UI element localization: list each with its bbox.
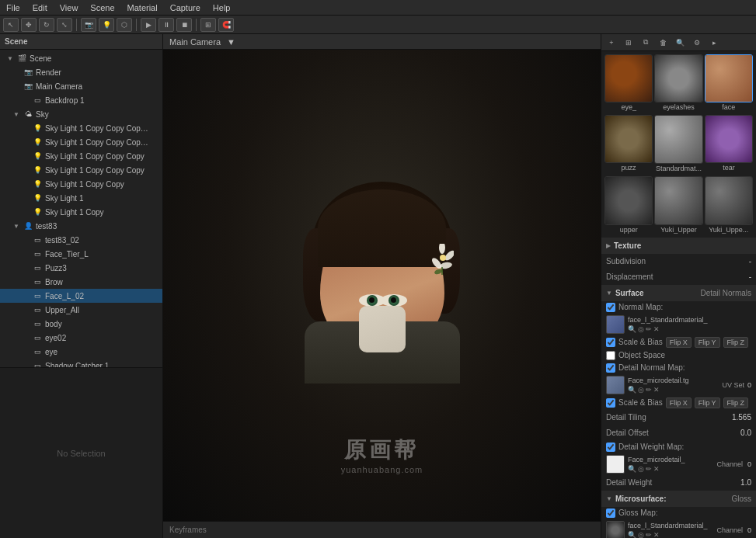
normal-map-close-icon[interactable]: ✕ [653,325,660,333]
tree-action-eye-sky[interactable]: 👁 [150,109,159,119]
tree-item-eye[interactable]: ▭ eye 👁 [0,345,162,359]
viewport-canvas[interactable]: 原画帮 yuanhuabang.com [163,50,601,521]
menu-item-view[interactable]: View [58,3,80,12]
flip-y-btn-1[interactable]: Flip Y [695,337,720,348]
tree-item-body[interactable]: ▭ body 👁 [0,317,162,331]
tree-item-skylight-6[interactable]: 💡 Sky Light 1 👁 [0,191,162,205]
surface-section-header[interactable]: ▼ Surface Detail Normals [601,286,756,301]
tree-item-eye02[interactable]: ▭ eye02 👁 [0,331,162,345]
mat-thumb-yuki-upper[interactable] [654,176,702,224]
tree-action-eye-sl4[interactable]: 👁 [150,165,159,175]
tree-item-test83[interactable]: ▼ 👤 test83 👁 [0,219,162,233]
viewport-camera-dropdown-icon[interactable]: ▼ [227,37,235,47]
mat-item-yuki-upper[interactable]: Yuki_Upper [654,176,702,234]
tree-item-skylight-5[interactable]: 💡 Sky Light 1 Copy Copy 👁 [0,177,162,191]
scale-bias-checkbox-2[interactable] [606,398,615,408]
gloss-target-icon[interactable]: ◎ [638,531,644,538]
mat-thumb-upper[interactable] [604,176,653,224]
detail-weight-search-icon[interactable]: 🔍 [628,465,636,473]
texture-section-header[interactable]: ▶ Texture [601,238,756,254]
tree-action-eye-sl7[interactable]: 👁 [150,207,159,217]
tree-action-eye-upperall[interactable]: 👁 [150,305,159,314]
tree-item-upper-all[interactable]: ▭ Upper_All 👁 [0,303,162,317]
menu-item-help[interactable]: Help [211,3,232,12]
tree-item-skylight-3[interactable]: 💡 Sky Light 1 Copy Copy Copy 👁 [0,149,162,163]
gloss-search-icon[interactable]: 🔍 [628,531,636,538]
flip-z-btn-2[interactable]: Flip Z [723,397,749,408]
tree-action-eye-sl6[interactable]: 👁 [150,193,159,203]
detail-weight-target-icon[interactable]: ◎ [638,465,644,473]
tree-action-eye-sl3[interactable]: 👁 [150,151,159,161]
normal-map-target-icon[interactable]: ◎ [638,325,644,333]
tool-move[interactable]: ✥ [21,18,37,32]
tool-snap[interactable]: 🧲 [218,18,234,32]
mat-thumb-puzz[interactable] [604,115,653,163]
tool-object[interactable]: ⬡ [117,18,132,32]
detail-weight-edit-icon[interactable]: ✏ [646,465,652,473]
mat-thumb-face[interactable] [705,54,753,102]
tool-camera[interactable]: 📷 [81,18,96,32]
tree-action-eye-eye02[interactable]: 👁 [150,333,159,342]
tree-item-skylight-2[interactable]: 💡 Sky Light 1 Copy Copy Copy Copy 👁 [0,135,162,149]
detail-weight-checkbox[interactable] [606,443,615,452]
tree-item-skylight-7[interactable]: 💡 Sky Light 1 Copy 👁 [0,205,162,219]
tree-item-test83-02[interactable]: ▭ test83_02 👁 [0,233,162,247]
mat-thumb-yuki-uppe[interactable] [705,176,753,224]
right-icon-settings[interactable]: ⚙ [690,36,704,50]
right-icon-search[interactable]: 🔍 [673,36,687,50]
tool-stop[interactable]: ⏹ [176,18,192,32]
flip-y-btn-2[interactable]: Flip Y [695,397,720,408]
gloss-map-thumb[interactable] [606,521,625,538]
tree-item-scene[interactable]: ▼ 🎬 Scene 👁 [0,51,162,65]
right-icon-arrow[interactable]: ▸ [707,36,721,50]
tree-item-skylight-1[interactable]: 💡 Sky Light 1 Copy Copy Copy Copy 👁 [0,121,162,135]
detail-normal-map-checkbox[interactable] [606,363,615,373]
mat-item-eyelashes[interactable]: eyelashes [654,54,702,112]
tree-item-render[interactable]: 📷 Render 👁 [0,65,162,79]
tree-action-eye-facetier[interactable]: 👁 [150,249,159,259]
gloss-edit-icon[interactable]: ✏ [646,531,652,538]
tree-action-eye-sc[interactable]: 👁 [150,361,159,367]
right-icon-copy[interactable]: ⧉ [639,36,653,50]
detail-weight-close-icon[interactable]: ✕ [653,465,660,473]
tree-item-brow[interactable]: ▭ Brow 👁 [0,275,162,289]
tree-action-eye-t83[interactable]: 👁 [150,221,159,231]
gloss-map-checkbox[interactable] [606,508,615,518]
mat-thumb-eyelashes[interactable] [654,54,702,102]
tree-action-eye-render[interactable]: 👁 [150,68,159,77]
flip-z-btn-1[interactable]: Flip Z [723,337,749,348]
normal-map-thumb[interactable] [606,315,625,334]
gloss-close-icon[interactable]: ✕ [653,531,660,538]
menu-item-edit[interactable]: Edit [31,3,49,12]
detail-normal-map-thumb[interactable] [606,376,625,394]
detail-weight-map-thumb[interactable] [606,455,625,474]
mat-item-face[interactable]: face [705,54,753,112]
right-icon-delete[interactable]: 🗑 [656,36,670,50]
tool-grid[interactable]: ⊞ [200,18,216,32]
right-icon-grid[interactable]: ⊞ [622,36,636,50]
mat-item-yuki-uppe[interactable]: Yuki_Uppe... [705,176,753,234]
tree-item-puzz3[interactable]: ▭ Puzz3 👁 [0,261,162,275]
tree-item-sky[interactable]: ▼ 🌤 Sky 👁 [0,107,162,121]
tree-action-eye-facel02[interactable]: 👁 [150,291,159,300]
tree-item-main-camera[interactable]: 📷 Main Camera 👁 [0,79,162,93]
tree-action-eye-t8302[interactable]: 👁 [150,235,159,245]
detail-normal-search-icon[interactable]: 🔍 [628,386,636,394]
scene-tree[interactable]: ▼ 🎬 Scene 👁 📷 Render 👁 📷 Main Camera 👁 ▭ [0,50,162,367]
microsurface-section-header[interactable]: ▼ Microsurface: Gloss [601,491,756,507]
tree-action-eye-sl5[interactable]: 👁 [150,179,159,189]
mat-item-eye[interactable]: eye_ [604,54,653,112]
tool-render[interactable]: ▶ [141,18,156,32]
detail-normal-close-icon[interactable]: ✕ [653,386,660,394]
mat-thumb-eye[interactable] [604,54,653,102]
detail-normal-target-icon[interactable]: ◎ [638,386,644,394]
scale-bias-checkbox-1[interactable] [606,338,615,347]
tree-item-face-l02[interactable]: ▭ Face_L_02 👁 [0,289,162,303]
tree-action-eye-sl2[interactable]: 👁 [150,137,159,147]
object-space-checkbox[interactable] [606,351,615,360]
tree-action-eye-brow[interactable]: 👁 [150,277,159,286]
mat-item-tear[interactable]: tear [705,115,753,173]
flip-x-btn-2[interactable]: Flip X [666,397,692,408]
tree-item-skylight-4[interactable]: 💡 Sky Light 1 Copy Copy Copy 👁 [0,163,162,177]
tree-action-eye-body[interactable]: 👁 [150,319,159,328]
